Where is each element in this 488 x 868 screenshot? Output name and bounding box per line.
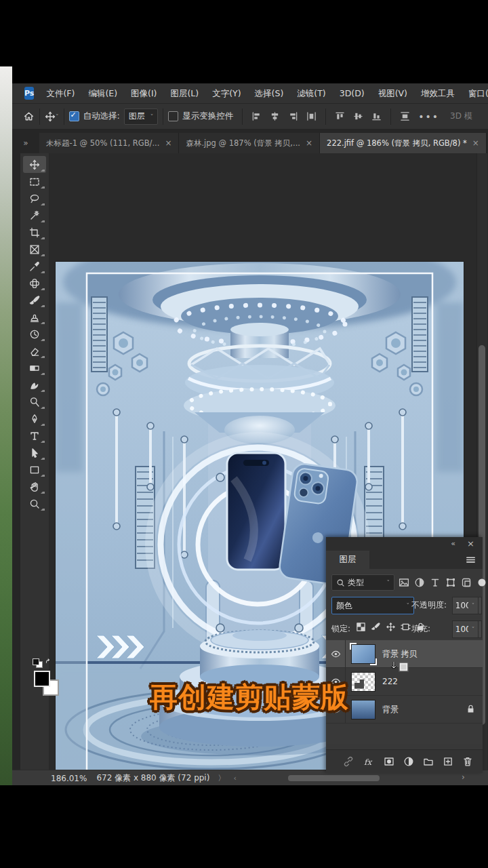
close-tab-icon[interactable]: × <box>472 138 479 148</box>
workspace-switcher[interactable]: 3D 模 <box>450 111 472 122</box>
move-tool-preset-icon[interactable] <box>45 111 56 122</box>
menu-item-视图V[interactable]: 视图(V) <box>371 83 414 103</box>
lock-artboard-icon[interactable] <box>401 622 411 632</box>
more-tools[interactable] <box>23 512 46 529</box>
layer-thumbnail[interactable] <box>351 644 375 664</box>
tool-flyout-dot <box>41 320 45 324</box>
gradient-tool[interactable] <box>23 359 46 376</box>
new-adjustment-layer-icon[interactable] <box>403 756 414 767</box>
delete-layer-icon[interactable] <box>462 756 473 767</box>
brush-tool-icon <box>29 295 40 306</box>
show-transform-checkbox[interactable] <box>168 111 178 121</box>
default-colors-icon[interactable] <box>33 658 42 667</box>
layer-row[interactable]: 背景 拷贝 <box>326 640 483 668</box>
scroll-right-icon[interactable]: › <box>462 772 465 782</box>
opacity-dropdown-chevron[interactable]: ˅ <box>468 597 479 614</box>
menu-item-窗口W[interactable]: 窗口(W) <box>462 83 488 103</box>
horizontal-scrollbar-thumb[interactable] <box>288 775 380 781</box>
menu-item-编辑E[interactable]: 编辑(E) <box>81 83 124 103</box>
panel-menu-icon[interactable] <box>466 555 476 565</box>
crop-tool-icon <box>29 227 40 238</box>
add-layer-mask-icon[interactable] <box>384 756 394 767</box>
magic-wand-tool-icon <box>29 210 40 221</box>
new-layer-icon[interactable] <box>443 756 453 767</box>
menu-item-文字Y[interactable]: 文字(Y) <box>205 83 247 103</box>
zoom-level[interactable]: 186.01% <box>51 774 87 783</box>
close-panel-icon[interactable]: × <box>467 538 474 549</box>
document-tab[interactable]: 未标题-1 @ 50% (111, RGB/...× <box>39 133 179 153</box>
eyedropper-tool[interactable] <box>23 258 46 275</box>
menu-item-文件F[interactable]: 文件(F) <box>39 83 81 103</box>
foreground-color-swatch[interactable] <box>34 671 50 687</box>
layers-tab[interactable]: 图层 <box>326 551 369 569</box>
menu-item-选择S[interactable]: 选择(S) <box>248 83 291 103</box>
history-brush-tool[interactable] <box>23 326 46 342</box>
auto-select-target-dropdown[interactable]: 图层 ˅ <box>124 108 159 125</box>
status-prev-icon[interactable]: ‹ <box>233 774 236 783</box>
filter-shape-layers-icon[interactable] <box>445 577 456 588</box>
new-group-icon[interactable] <box>423 756 434 767</box>
layer-style-icon[interactable]: fx <box>363 756 375 767</box>
magic-wand-tool[interactable] <box>23 207 46 224</box>
path-select-tool[interactable] <box>23 444 46 461</box>
video-subtitle-caption: 再创建剪贴蒙版 <box>94 679 405 716</box>
align-center-icon[interactable] <box>270 111 280 121</box>
menu-item-增效工具[interactable]: 增效工具 <box>414 83 462 103</box>
align-left-icon[interactable] <box>251 111 262 121</box>
lock-position-icon[interactable] <box>386 622 396 632</box>
tab-overflow-chevrons[interactable]: » <box>12 133 39 153</box>
dodge-tool[interactable] <box>23 393 46 410</box>
fill-dropdown-chevron[interactable]: ˅ <box>468 620 479 638</box>
filter-smart-objects-icon[interactable] <box>461 577 472 588</box>
auto-select-checkbox[interactable] <box>69 111 79 121</box>
smudge-tool[interactable] <box>23 376 46 393</box>
link-layers-icon[interactable] <box>343 756 354 767</box>
layer-visibility-toggle[interactable] <box>326 640 346 667</box>
filter-type-layers-icon[interactable] <box>430 577 441 588</box>
close-tab-icon[interactable]: × <box>306 138 312 148</box>
align-bottom-icon[interactable] <box>371 111 382 121</box>
align-top-icon[interactable] <box>335 111 345 121</box>
move-tool[interactable] <box>23 156 46 173</box>
lock-pixels-icon[interactable] <box>371 622 381 632</box>
document-tab[interactable]: 222.jfif @ 186% (背景 拷贝, RGB/8) *× <box>320 133 487 153</box>
lasso-tool[interactable] <box>23 190 46 207</box>
eraser-tool[interactable] <box>23 342 46 359</box>
crop-tool[interactable] <box>23 224 46 241</box>
filter-type-dropdown[interactable]: 类型 ˅ <box>331 574 394 591</box>
collapse-panel-icon[interactable]: « <box>451 539 455 548</box>
brush-tool[interactable] <box>23 292 46 309</box>
healing-brush-tool[interactable] <box>23 275 46 292</box>
status-next-icon[interactable]: 〉 <box>218 773 225 783</box>
align-middle-icon[interactable] <box>353 111 363 121</box>
frame-tool[interactable] <box>23 241 46 258</box>
type-tool[interactable] <box>23 427 46 444</box>
chevron-down-icon[interactable]: ˅ <box>56 113 59 120</box>
home-icon[interactable] <box>23 111 35 122</box>
pen-tool[interactable] <box>23 410 46 427</box>
rectangle-tool[interactable] <box>23 461 46 478</box>
close-tab-icon[interactable]: × <box>165 138 171 148</box>
more-options[interactable]: ••• <box>418 111 439 122</box>
menu-item-图像I[interactable]: 图像(I) <box>124 83 163 103</box>
divider <box>39 108 40 125</box>
document-tab[interactable]: 森林.jpg @ 187% (背景 拷贝,...× <box>179 133 320 153</box>
marquee-tool[interactable] <box>23 173 46 190</box>
tool-flyout-dot <box>41 456 45 460</box>
distribute-vertical-icon[interactable] <box>400 111 410 121</box>
filter-pixel-layers-icon[interactable] <box>399 577 409 588</box>
zoom-tool[interactable] <box>23 495 46 512</box>
blend-mode-select[interactable]: 颜色 ˅ <box>331 597 414 614</box>
tool-flyout-dot <box>41 303 45 307</box>
menu-item-滤镜T[interactable]: 滤镜(T) <box>290 83 332 103</box>
lock-transparency-icon[interactable] <box>356 622 366 632</box>
clone-stamp-tool[interactable] <box>23 309 46 326</box>
filter-adjustment-layers-icon[interactable] <box>414 577 425 588</box>
menu-item-3DD[interactable]: 3D(D) <box>333 83 371 103</box>
menu-item-图层L[interactable]: 图层(L) <box>163 83 205 103</box>
hand-tool[interactable] <box>23 478 46 495</box>
document-tab-label: 222.jfif @ 186% (背景 拷贝, RGB/8) * <box>327 138 467 149</box>
align-right-icon[interactable] <box>288 111 298 121</box>
filter-toggle-icon[interactable] <box>476 577 487 588</box>
distribute-horizontal-icon[interactable] <box>306 111 317 121</box>
